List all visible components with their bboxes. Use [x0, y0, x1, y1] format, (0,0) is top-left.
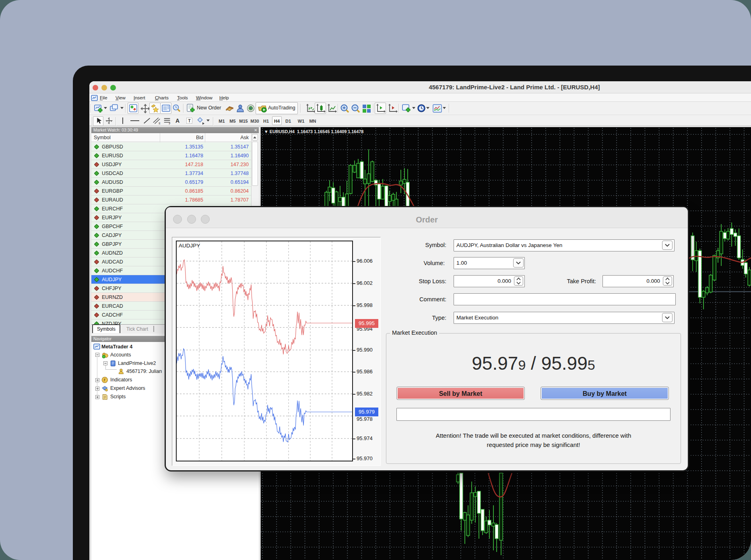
svg-text:T: T [188, 119, 191, 123]
svg-text:F: F [169, 122, 171, 125]
svg-text:E: E [159, 122, 161, 125]
